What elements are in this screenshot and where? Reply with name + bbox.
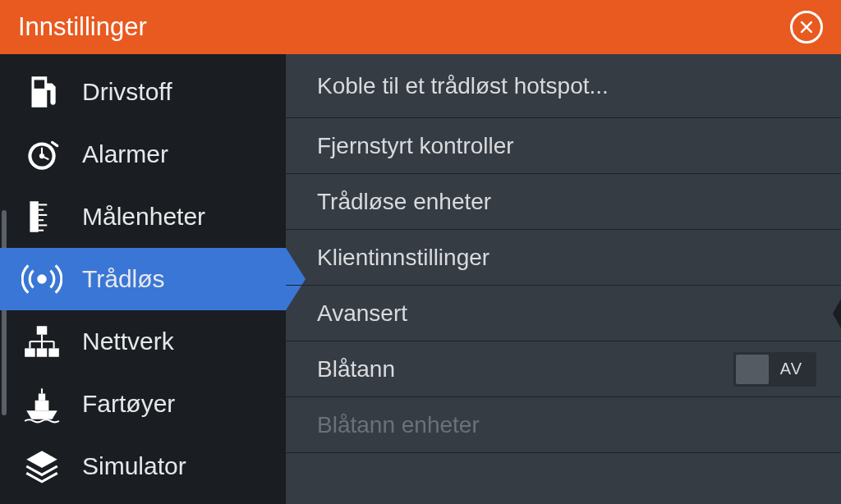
list-item-advanced[interactable]: Avansert	[286, 286, 841, 341]
sidebar-item-label: Nettverk	[82, 328, 174, 355]
main-panel: Koble til et trådløst hotspot... Fjernst…	[286, 54, 841, 504]
svg-rect-22	[35, 401, 49, 411]
list-item-connect-hotspot[interactable]: Koble til et trådløst hotspot...	[286, 54, 841, 118]
header: Innstillinger	[0, 0, 841, 54]
sidebar-item-label: Drivstoff	[82, 78, 172, 106]
list-item-client-settings[interactable]: Klientinnstillinger	[286, 230, 841, 286]
toggle-handle	[736, 355, 769, 384]
fuel-icon	[21, 71, 62, 112]
list-item-remote-controllers[interactable]: Fjernstyrt kontroller	[286, 118, 841, 174]
sidebar-item-simulator[interactable]: Simulator	[0, 435, 286, 497]
sidebar-item-alarmer[interactable]: Alarmer	[0, 123, 286, 186]
list-item-label: Blåtann	[317, 356, 395, 383]
layers-icon	[21, 446, 62, 487]
sidebar-item-tradlos[interactable]: Trådløs	[0, 248, 286, 310]
bluetooth-toggle[interactable]: AV	[733, 352, 816, 387]
svg-rect-14	[37, 326, 48, 334]
svg-rect-15	[25, 348, 34, 356]
toggle-state-label: AV	[769, 360, 814, 378]
svg-rect-17	[48, 348, 58, 356]
sidebar-item-label: Simulator	[82, 452, 186, 480]
content: Drivstoff Alarmer Målenheter Trådløs Net	[0, 54, 841, 504]
list-item-label: Fjernstyrt kontroller	[317, 133, 514, 159]
list-item-label: Trådløse enheter	[317, 189, 491, 215]
close-button[interactable]	[790, 11, 823, 44]
alarm-icon	[21, 134, 62, 175]
vessel-icon	[21, 383, 62, 424]
list-item-label: Klientinnstillinger	[317, 245, 489, 271]
list-item-label: Koble til et trådløst hotspot...	[317, 73, 609, 99]
list-item-label: Avansert	[317, 300, 407, 327]
sidebar-item-label: Fartøyer	[82, 390, 175, 418]
sidebar-item-nettverk[interactable]: Nettverk	[0, 310, 286, 373]
sidebar-item-label: Alarmer	[82, 140, 168, 168]
chevron-right-icon	[833, 299, 841, 328]
list-item-bluetooth[interactable]: Blåtann AV	[286, 341, 841, 397]
svg-rect-23	[39, 394, 45, 401]
svg-rect-6	[30, 201, 38, 232]
close-icon	[798, 19, 815, 35]
list-item-wireless-devices[interactable]: Trådløse enheter	[286, 174, 841, 230]
sidebar-item-fartoyer[interactable]: Fartøyer	[0, 373, 286, 435]
sidebar-item-drivstoff[interactable]: Drivstoff	[0, 61, 286, 123]
list-item-label: Blåtann enheter	[317, 412, 480, 438]
svg-rect-16	[37, 348, 48, 356]
list-item-bluetooth-devices: Blåtann enheter	[286, 397, 841, 453]
sidebar: Drivstoff Alarmer Målenheter Trådløs Net	[0, 54, 286, 504]
page-title: Innstillinger	[18, 12, 147, 42]
sidebar-item-malenheter[interactable]: Målenheter	[0, 186, 286, 248]
ruler-icon	[21, 196, 62, 237]
sidebar-item-label: Trådløs	[82, 265, 165, 293]
sidebar-item-label: Målenheter	[82, 203, 205, 231]
svg-rect-2	[34, 80, 45, 88]
wireless-icon	[21, 259, 62, 300]
svg-point-13	[39, 276, 45, 282]
network-icon	[21, 321, 62, 362]
